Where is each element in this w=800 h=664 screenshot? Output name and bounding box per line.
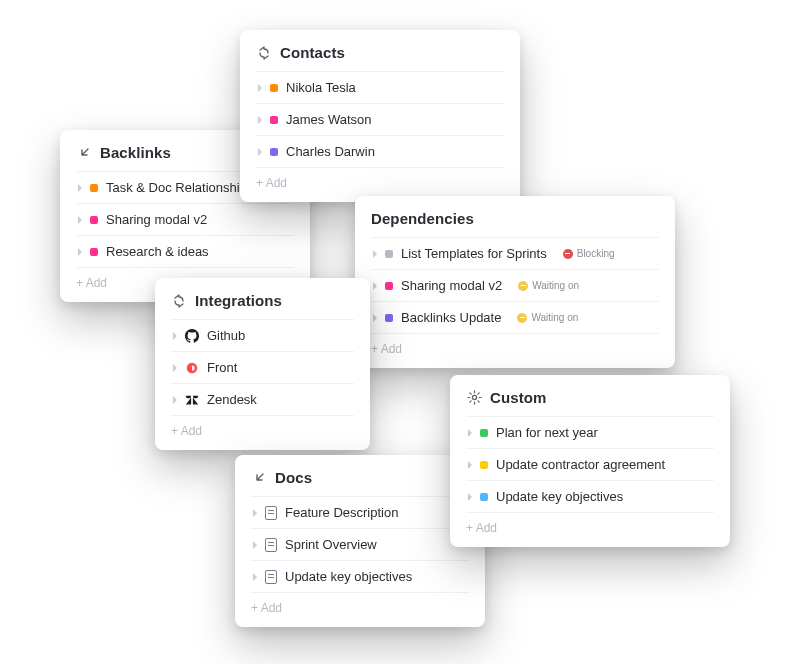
contacts-header: Contacts (256, 44, 504, 61)
gear-icon (466, 390, 482, 406)
caret-icon (373, 282, 377, 290)
item-label: Charles Darwin (286, 144, 375, 159)
item-label: Sharing modal v2 (106, 212, 207, 227)
item-label: Sharing modal v2 (401, 278, 502, 293)
list-item[interactable]: Charles Darwin (256, 135, 504, 167)
zendesk-icon (185, 393, 199, 407)
caret-icon (373, 250, 377, 258)
item-label: Github (207, 328, 245, 343)
dependencies-title: Dependencies (371, 210, 474, 227)
sync-arrows-icon (171, 293, 187, 309)
status-dot (90, 216, 98, 224)
item-label: Plan for next year (496, 425, 598, 440)
backlinks-title: Backlinks (100, 144, 171, 161)
dependencies-card: Dependencies List Templates for Sprints … (355, 196, 675, 368)
list-item[interactable]: Update key objectives (251, 560, 469, 592)
list-item[interactable]: Sharing modal v2 Waiting on (371, 269, 659, 301)
caret-icon (468, 493, 472, 501)
collapse-arrow-icon (76, 145, 92, 161)
caret-icon (468, 461, 472, 469)
status-dot (385, 314, 393, 322)
caret-icon (78, 184, 82, 192)
caret-icon (258, 84, 262, 92)
document-icon (265, 570, 277, 584)
caret-icon (468, 429, 472, 437)
svg-point-0 (472, 395, 476, 399)
status-badge: Waiting on (517, 312, 578, 323)
status-badge: Blocking (563, 248, 615, 259)
docs-header: Docs (251, 469, 469, 486)
item-label: Feature Description (285, 505, 398, 520)
add-button[interactable]: + Add (371, 333, 659, 360)
caret-icon (173, 364, 177, 372)
contacts-card: Contacts Nikola Tesla James Watson Charl… (240, 30, 520, 202)
list-item[interactable]: Sprint Overview (251, 528, 469, 560)
item-label: Research & ideas (106, 244, 209, 259)
blocking-icon (563, 249, 573, 259)
list-item[interactable]: Plan for next year (466, 416, 714, 448)
caret-icon (173, 332, 177, 340)
github-icon (185, 329, 199, 343)
add-button[interactable]: + Add (256, 167, 504, 194)
item-label: Sprint Overview (285, 537, 377, 552)
list-item[interactable]: Zendesk (171, 383, 354, 415)
item-label: List Templates for Sprints (401, 246, 547, 261)
item-label: Nikola Tesla (286, 80, 356, 95)
caret-icon (258, 116, 262, 124)
integrations-title: Integrations (195, 292, 282, 309)
status-dot (385, 250, 393, 258)
list-item[interactable]: Github (171, 319, 354, 351)
item-label: Front (207, 360, 237, 375)
docs-title: Docs (275, 469, 312, 486)
status-dot (480, 429, 488, 437)
list-item[interactable]: Update key objectives (466, 480, 714, 512)
caret-icon (173, 396, 177, 404)
status-dot (480, 493, 488, 501)
status-dot (90, 248, 98, 256)
status-dot (270, 84, 278, 92)
item-label: Zendesk (207, 392, 257, 407)
document-icon (265, 538, 277, 552)
document-icon (265, 506, 277, 520)
sync-arrows-icon (256, 45, 272, 61)
list-item[interactable]: Nikola Tesla (256, 71, 504, 103)
caret-icon (253, 509, 257, 517)
caret-icon (373, 314, 377, 322)
caret-icon (78, 248, 82, 256)
item-label: Update key objectives (496, 489, 623, 504)
front-icon (185, 361, 199, 375)
list-item[interactable]: James Watson (256, 103, 504, 135)
add-button[interactable]: + Add (251, 592, 469, 619)
status-dot (90, 184, 98, 192)
status-badge: Waiting on (518, 280, 579, 291)
caret-icon (253, 573, 257, 581)
status-dot (385, 282, 393, 290)
custom-card: Custom Plan for next year Update contrac… (450, 375, 730, 547)
add-button[interactable]: + Add (466, 512, 714, 539)
item-label: James Watson (286, 112, 372, 127)
add-button[interactable]: + Add (171, 415, 354, 442)
collapse-arrow-icon (251, 470, 267, 486)
status-dot (480, 461, 488, 469)
list-item[interactable]: Sharing modal v2 (76, 203, 294, 235)
list-item[interactable]: Research & ideas (76, 235, 294, 267)
contacts-title: Contacts (280, 44, 345, 61)
list-item[interactable]: Update contractor agreement (466, 448, 714, 480)
item-label: Backlinks Update (401, 310, 501, 325)
item-label: Update key objectives (285, 569, 412, 584)
list-item[interactable]: Backlinks Update Waiting on (371, 301, 659, 333)
caret-icon (258, 148, 262, 156)
custom-title: Custom (490, 389, 546, 406)
status-dot (270, 148, 278, 156)
dependencies-header: Dependencies (371, 210, 659, 227)
list-item[interactable]: List Templates for Sprints Blocking (371, 237, 659, 269)
caret-icon (253, 541, 257, 549)
waiting-icon (517, 313, 527, 323)
list-item[interactable]: Front (171, 351, 354, 383)
status-dot (270, 116, 278, 124)
custom-header: Custom (466, 389, 714, 406)
list-item[interactable]: Feature Description (251, 496, 469, 528)
waiting-icon (518, 281, 528, 291)
integrations-card: Integrations Github Front Zendesk + Add (155, 278, 370, 450)
item-label: Update contractor agreement (496, 457, 665, 472)
